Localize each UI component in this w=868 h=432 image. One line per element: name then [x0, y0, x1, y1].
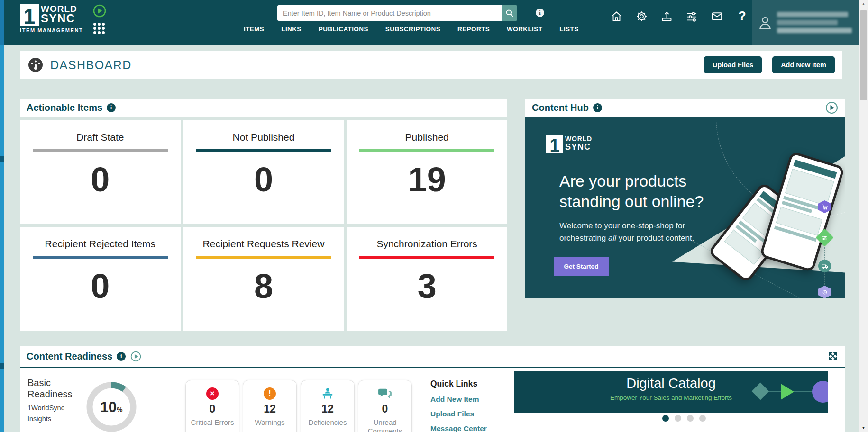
carousel-dot-4[interactable] — [699, 415, 706, 422]
nav-item-lists[interactable]: LISTS — [559, 26, 578, 33]
search-info-icon[interactable]: i — [536, 9, 544, 17]
catalog-play-shape — [781, 384, 794, 400]
carousel-dots — [662, 415, 706, 422]
global-search — [277, 5, 517, 21]
search-icon — [505, 9, 514, 18]
brand-sync: SYNC — [41, 13, 77, 24]
header-icon-row: ? — [610, 10, 749, 23]
digital-catalog-banner[interactable]: Digital Catalog Empower Your Sales and M… — [514, 371, 828, 413]
actionable-items-info-icon[interactable]: i — [107, 103, 116, 112]
banner-brand-logo: 1 WORLD SYNC — [546, 135, 592, 153]
brand-logo[interactable]: 1 WORLD SYNC — [20, 4, 77, 26]
carousel-dot-1[interactable] — [662, 415, 669, 422]
preferences-sliders-icon[interactable] — [685, 10, 698, 23]
warnings-icon: ! — [264, 387, 276, 400]
add-new-item-button[interactable]: Add New Item — [772, 56, 835, 73]
search-button[interactable] — [502, 5, 517, 21]
quick-links-title: Quick Links — [430, 379, 487, 389]
top-header: 1 WORLD SYNC ITEM MANAGEMENT i ITEMS LIN… — [0, 0, 859, 45]
upload-files-button[interactable]: Upload Files — [704, 56, 762, 73]
upload-icon[interactable] — [660, 10, 673, 23]
quick-link-upload-files[interactable]: Upload Files — [430, 410, 487, 418]
nav-item-publications[interactable]: PUBLICATIONS — [319, 26, 368, 33]
nav-item-links[interactable]: LINKS — [281, 26, 302, 33]
home-icon[interactable] — [610, 10, 623, 23]
apps-grid-icon[interactable] — [93, 23, 105, 34]
content-hub-banner[interactable]: 1 WORLD SYNC Are your products standing … — [525, 117, 845, 298]
nav-item-items[interactable]: ITEMS — [244, 26, 264, 33]
help-icon[interactable]: ? — [736, 10, 749, 23]
scrollbar-thumb[interactable] — [860, 10, 867, 100]
card-published[interactable]: Published 19 — [347, 120, 507, 224]
content-hub-info-icon[interactable]: i — [593, 103, 602, 112]
stat-unread-comments[interactable]: 0 Unread Comments — [358, 380, 412, 432]
stat-critical-errors[interactable]: × 0 Critical Errors — [185, 380, 239, 432]
carousel-dot-3[interactable] — [687, 415, 694, 422]
user-account-area[interactable] — [752, 0, 859, 45]
card-synchronization-errors[interactable]: Synchronization Errors 3 — [347, 227, 507, 331]
messages-envelope-icon[interactable] — [711, 10, 723, 23]
content-hub-title: Content Hub — [532, 102, 589, 113]
vertical-scrollbar[interactable]: ▲ ▼ — [859, 0, 868, 432]
watch-chip-icon — [818, 286, 831, 298]
content-readiness-panel: Content Readiness i Basic Readiness 1Wor… — [20, 346, 845, 432]
content-readiness-info-icon[interactable]: i — [117, 352, 126, 361]
card-draft-state[interactable]: Draft State 0 — [20, 120, 181, 224]
user-details-redacted — [777, 12, 852, 33]
nav-item-worklist[interactable]: WORKLIST — [507, 26, 542, 33]
content-hub-panel: Content Hub i 1 WORLD SYNC Are your prod… — [525, 99, 845, 298]
dashboard-titlebar: DASHBOARD Upload Files Add New Item — [20, 51, 842, 79]
content-hub-play-icon[interactable] — [825, 101, 838, 114]
banner-headline: Are your products standing out online? — [559, 171, 704, 212]
truck-chip-icon — [818, 260, 831, 272]
brand-item-management: ITEM MANAGEMENT — [20, 27, 83, 33]
scroll-down-button[interactable]: ▼ — [859, 424, 868, 432]
deficiencies-icon — [301, 387, 354, 401]
critical-errors-icon: × — [206, 387, 219, 400]
expand-panel-icon[interactable] — [828, 351, 838, 361]
carousel-dot-2[interactable] — [675, 415, 681, 422]
actionable-cards-grid: Draft State 0 Not Published 0 Published … — [20, 120, 507, 331]
brand-one-mark: 1 — [20, 4, 39, 26]
content-readiness-title: Content Readiness — [27, 351, 112, 362]
card-recipient-rejected-items[interactable]: Recipient Rejected Items 0 — [20, 227, 181, 331]
left-edge-panel — [0, 0, 4, 432]
settings-gear-icon[interactable] — [635, 10, 648, 23]
video-play-icon[interactable] — [93, 4, 106, 18]
card-recipient-requests-review[interactable]: Recipient Requests Review 8 — [183, 227, 344, 331]
banner-body-text: Welcome to your one-stop-shop for orches… — [559, 220, 694, 244]
readiness-donut-chart: 10% — [86, 382, 137, 432]
content-readiness-play-icon[interactable] — [130, 351, 141, 362]
main-navigation: ITEMS LINKS PUBLICATIONS SUBSCRIPTIONS R… — [244, 26, 579, 33]
readiness-percent: 10% — [86, 399, 137, 416]
quick-link-message-center[interactable]: Message Center — [430, 424, 487, 432]
stat-warnings[interactable]: ! 12 Warnings — [243, 380, 297, 432]
actionable-items-panel: Actionable Items i Draft State 0 Not Pub… — [20, 99, 507, 331]
user-icon — [757, 14, 773, 31]
basic-readiness-label: Basic Readiness 1WorldSync Insights — [27, 377, 84, 423]
dashboard-gauge-icon — [27, 57, 44, 73]
actionable-items-title: Actionable Items — [27, 102, 102, 113]
stat-deficiencies[interactable]: 12 Deficiencies — [301, 380, 355, 432]
search-input[interactable] — [277, 5, 502, 21]
quick-links: Quick Links Add New Item Upload Files Me… — [430, 379, 487, 432]
unread-comments-icon — [358, 387, 411, 401]
page-title: DASHBOARD — [50, 58, 132, 72]
scroll-up-button[interactable]: ▲ — [859, 0, 868, 8]
nav-item-reports[interactable]: REPORTS — [457, 26, 490, 33]
get-started-button[interactable]: Get Started — [554, 257, 609, 276]
nav-item-subscriptions[interactable]: SUBSCRIPTIONS — [385, 26, 440, 33]
quick-link-add-new-item[interactable]: Add New Item — [430, 395, 487, 404]
card-not-published[interactable]: Not Published 0 — [183, 120, 344, 224]
